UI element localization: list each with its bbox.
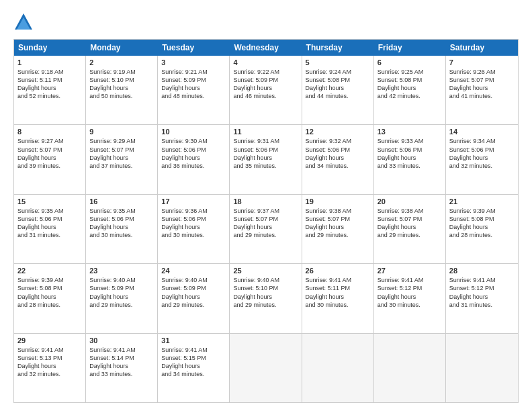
calendar-cell: 2Sunrise: 9:19 AMSunset: 5:10 PMDaylight… — [86, 56, 158, 124]
calendar-cell: 29Sunrise: 9:41 AMSunset: 5:13 PMDayligh… — [14, 334, 86, 402]
calendar-cell: 21Sunrise: 9:39 AMSunset: 5:08 PMDayligh… — [446, 195, 518, 263]
cell-info: Sunrise: 9:40 AMSunset: 5:09 PMDaylight … — [89, 276, 154, 309]
day-header-tuesday: Tuesday — [158, 40, 230, 56]
calendar-cell: 25Sunrise: 9:40 AMSunset: 5:10 PMDayligh… — [230, 264, 302, 332]
day-number: 21 — [449, 197, 515, 205]
cell-info: Sunrise: 9:38 AMSunset: 5:07 PMDaylight … — [306, 207, 370, 240]
cell-info: Sunrise: 9:29 AMSunset: 5:07 PMDaylight … — [89, 137, 154, 170]
day-number: 9 — [89, 128, 154, 136]
day-number: 6 — [378, 58, 442, 66]
cell-info: Sunrise: 9:41 AMSunset: 5:12 PMDaylight … — [449, 276, 515, 309]
day-number: 20 — [378, 197, 442, 205]
calendar-cell: 12Sunrise: 9:32 AMSunset: 5:06 PMDayligh… — [302, 125, 374, 193]
cell-info: Sunrise: 9:25 AMSunset: 5:08 PMDaylight … — [378, 68, 442, 101]
calendar-row: 15Sunrise: 9:35 AMSunset: 5:06 PMDayligh… — [14, 195, 518, 264]
day-number: 18 — [233, 197, 298, 205]
calendar-cell: 27Sunrise: 9:41 AMSunset: 5:12 PMDayligh… — [374, 264, 446, 332]
day-number: 23 — [89, 267, 154, 275]
page: SundayMondayTuesdayWednesdayThursdayFrid… — [0, 0, 532, 411]
day-number: 13 — [378, 128, 442, 136]
calendar-cell: 18Sunrise: 9:37 AMSunset: 5:07 PMDayligh… — [230, 195, 302, 263]
day-number: 3 — [161, 58, 226, 66]
day-number: 10 — [161, 128, 226, 136]
calendar-header: SundayMondayTuesdayWednesdayThursdayFrid… — [14, 40, 518, 56]
day-number: 1 — [17, 58, 82, 66]
calendar-row: 1Sunrise: 9:18 AMSunset: 5:11 PMDaylight… — [14, 56, 518, 125]
cell-info: Sunrise: 9:30 AMSunset: 5:06 PMDaylight … — [161, 137, 226, 170]
cell-info: Sunrise: 9:41 AMSunset: 5:12 PMDaylight … — [378, 276, 442, 309]
cell-info: Sunrise: 9:32 AMSunset: 5:06 PMDaylight … — [306, 137, 370, 170]
cell-info: Sunrise: 9:37 AMSunset: 5:07 PMDaylight … — [233, 207, 298, 240]
day-header-sunday: Sunday — [14, 40, 86, 56]
cell-info: Sunrise: 9:21 AMSunset: 5:09 PMDaylight … — [161, 68, 226, 101]
logo — [13, 12, 38, 32]
calendar-cell: 9Sunrise: 9:29 AMSunset: 5:07 PMDaylight… — [86, 125, 158, 193]
day-number: 2 — [89, 58, 154, 66]
cell-info: Sunrise: 9:19 AMSunset: 5:10 PMDaylight … — [89, 68, 154, 101]
calendar-cell: 11Sunrise: 9:31 AMSunset: 5:06 PMDayligh… — [230, 125, 302, 193]
cell-info: Sunrise: 9:38 AMSunset: 5:07 PMDaylight … — [378, 207, 442, 240]
day-number: 4 — [233, 58, 298, 66]
calendar-cell — [374, 334, 446, 402]
cell-info: Sunrise: 9:35 AMSunset: 5:06 PMDaylight … — [89, 207, 154, 240]
day-number: 5 — [306, 58, 370, 66]
cell-info: Sunrise: 9:24 AMSunset: 5:08 PMDaylight … — [306, 68, 370, 101]
cell-info: Sunrise: 9:40 AMSunset: 5:09 PMDaylight … — [161, 276, 226, 309]
calendar-row: 29Sunrise: 9:41 AMSunset: 5:13 PMDayligh… — [14, 334, 518, 402]
day-number: 8 — [17, 128, 82, 136]
day-number: 25 — [233, 267, 298, 275]
cell-info: Sunrise: 9:27 AMSunset: 5:07 PMDaylight … — [17, 137, 82, 170]
day-number: 19 — [306, 197, 370, 205]
calendar-cell — [302, 334, 374, 402]
cell-info: Sunrise: 9:39 AMSunset: 5:08 PMDaylight … — [17, 276, 82, 309]
day-header-friday: Friday — [374, 40, 446, 56]
cell-info: Sunrise: 9:22 AMSunset: 5:09 PMDaylight … — [233, 68, 298, 101]
day-number: 30 — [89, 336, 154, 345]
calendar-cell: 13Sunrise: 9:33 AMSunset: 5:06 PMDayligh… — [374, 125, 446, 193]
day-number: 11 — [233, 128, 298, 136]
cell-info: Sunrise: 9:33 AMSunset: 5:06 PMDaylight … — [378, 137, 442, 170]
calendar-cell — [446, 334, 518, 402]
cell-info: Sunrise: 9:35 AMSunset: 5:06 PMDaylight … — [17, 207, 82, 240]
calendar-cell: 14Sunrise: 9:34 AMSunset: 5:06 PMDayligh… — [446, 125, 518, 193]
calendar-body: 1Sunrise: 9:18 AMSunset: 5:11 PMDaylight… — [14, 56, 518, 402]
logo-icon — [13, 12, 34, 32]
calendar-cell: 5Sunrise: 9:24 AMSunset: 5:08 PMDaylight… — [302, 56, 374, 124]
calendar-cell: 20Sunrise: 9:38 AMSunset: 5:07 PMDayligh… — [374, 195, 446, 263]
calendar-cell: 17Sunrise: 9:36 AMSunset: 5:06 PMDayligh… — [158, 195, 230, 263]
cell-info: Sunrise: 9:31 AMSunset: 5:06 PMDaylight … — [233, 137, 298, 170]
day-header-monday: Monday — [86, 40, 158, 56]
day-number: 28 — [449, 267, 515, 275]
calendar-cell: 16Sunrise: 9:35 AMSunset: 5:06 PMDayligh… — [86, 195, 158, 263]
calendar: SundayMondayTuesdayWednesdayThursdayFrid… — [13, 39, 519, 403]
day-number: 16 — [89, 197, 154, 205]
calendar-cell: 31Sunrise: 9:41 AMSunset: 5:15 PMDayligh… — [158, 334, 230, 402]
calendar-cell — [230, 334, 302, 402]
cell-info: Sunrise: 9:34 AMSunset: 5:06 PMDaylight … — [449, 137, 515, 170]
calendar-cell: 1Sunrise: 9:18 AMSunset: 5:11 PMDaylight… — [14, 56, 86, 124]
cell-info: Sunrise: 9:41 AMSunset: 5:15 PMDaylight … — [161, 346, 226, 379]
calendar-cell: 3Sunrise: 9:21 AMSunset: 5:09 PMDaylight… — [158, 56, 230, 124]
calendar-cell: 8Sunrise: 9:27 AMSunset: 5:07 PMDaylight… — [14, 125, 86, 193]
calendar-cell: 10Sunrise: 9:30 AMSunset: 5:06 PMDayligh… — [158, 125, 230, 193]
calendar-cell: 28Sunrise: 9:41 AMSunset: 5:12 PMDayligh… — [446, 264, 518, 332]
cell-info: Sunrise: 9:39 AMSunset: 5:08 PMDaylight … — [449, 207, 515, 240]
cell-info: Sunrise: 9:41 AMSunset: 5:13 PMDaylight … — [17, 346, 82, 379]
cell-info: Sunrise: 9:36 AMSunset: 5:06 PMDaylight … — [161, 207, 226, 240]
day-number: 7 — [449, 58, 515, 66]
calendar-cell: 15Sunrise: 9:35 AMSunset: 5:06 PMDayligh… — [14, 195, 86, 263]
day-number: 26 — [306, 267, 370, 275]
day-header-wednesday: Wednesday — [230, 40, 302, 56]
cell-info: Sunrise: 9:18 AMSunset: 5:11 PMDaylight … — [17, 68, 82, 101]
calendar-cell: 19Sunrise: 9:38 AMSunset: 5:07 PMDayligh… — [302, 195, 374, 263]
day-number: 27 — [378, 267, 442, 275]
calendar-cell: 6Sunrise: 9:25 AMSunset: 5:08 PMDaylight… — [374, 56, 446, 124]
calendar-row: 22Sunrise: 9:39 AMSunset: 5:08 PMDayligh… — [14, 264, 518, 333]
header — [13, 12, 519, 32]
calendar-cell: 24Sunrise: 9:40 AMSunset: 5:09 PMDayligh… — [158, 264, 230, 332]
day-header-thursday: Thursday — [302, 40, 374, 56]
day-number: 22 — [17, 267, 82, 275]
calendar-cell: 23Sunrise: 9:40 AMSunset: 5:09 PMDayligh… — [86, 264, 158, 332]
calendar-cell: 7Sunrise: 9:26 AMSunset: 5:07 PMDaylight… — [446, 56, 518, 124]
calendar-cell: 30Sunrise: 9:41 AMSunset: 5:14 PMDayligh… — [86, 334, 158, 402]
